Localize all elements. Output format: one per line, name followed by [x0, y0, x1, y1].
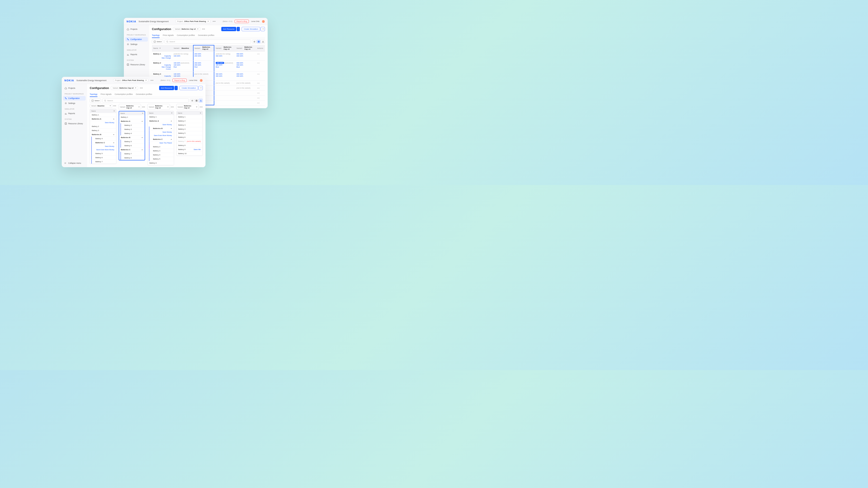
tree-item[interactable]: Battery 6 [91, 156, 116, 160]
sidebar-item-settings[interactable]: Settings [125, 42, 148, 46]
tree-group[interactable]: Batteries C [91, 141, 116, 145]
tree-item[interactable]: Battery 8 [121, 156, 145, 160]
add-resource-dropdown[interactable] [175, 86, 178, 90]
tree-item[interactable]: Battery 3 [121, 127, 145, 131]
view-list-button[interactable] [190, 98, 194, 103]
more-icon[interactable]: ••• [199, 106, 203, 108]
more-icon[interactable]: ••• [140, 87, 143, 89]
more-icon[interactable]: ••• [113, 105, 116, 107]
search-input[interactable]: Search [102, 98, 189, 103]
tree-group[interactable]: Batteries C [149, 137, 174, 141]
add-resource-button[interactable]: Add Resource [221, 27, 237, 31]
more-icon[interactable]: ••• [171, 106, 174, 108]
project-selector[interactable]: Project: Office Park Peak Shaving [113, 78, 148, 82]
column-variant-selector[interactable]: Variant: Batteries Cap x4 [176, 104, 199, 110]
select-button[interactable]: Select [152, 39, 163, 43]
tree-group[interactable]: Batteries A [148, 119, 174, 123]
tree-item[interactable]: Battery 6 [177, 135, 203, 139]
tree-item[interactable]: Battery 7(not in this variant) [177, 139, 203, 143]
tree-item[interactable]: Battery 5 [149, 157, 174, 161]
tree-item[interactable]: Battery 1 [119, 115, 145, 119]
tree-group[interactable]: Batteries B [90, 133, 116, 137]
row-actions[interactable]: ••• [256, 91, 265, 95]
row-actions[interactable]: ••• [256, 52, 265, 60]
column-variant-selector[interactable]: Variant: Baseline [90, 104, 112, 108]
tree-item[interactable]: Battery 2 [177, 119, 203, 123]
tree-item[interactable]: Battery 4 [121, 131, 145, 135]
tree-item[interactable]: Battery 5 [177, 131, 203, 135]
column-variant-selector[interactable]: Variant: Batteries Cap x2 [119, 104, 141, 110]
tree-header[interactable]: Name [148, 111, 174, 115]
project-selector[interactable]: Project: Office Park Peak Shaving [176, 20, 211, 23]
view-tree-button[interactable] [261, 39, 265, 43]
tree-item[interactable]: Battery 2 [149, 145, 174, 149]
view-list-button[interactable] [252, 39, 256, 43]
avatar[interactable] [262, 20, 265, 23]
sidebar-item-configuration[interactable]: Configuration [63, 96, 86, 101]
view-grid-button[interactable] [256, 39, 260, 43]
tree-header[interactable]: Name [90, 109, 116, 113]
tree-header[interactable]: Name [119, 111, 145, 115]
tree-item[interactable]: Battery 3 [90, 129, 116, 133]
sidebar-item-projects[interactable]: Projects [63, 86, 86, 90]
report-bug-button[interactable]: Report a Bug [173, 78, 187, 82]
tree-header[interactable]: Name [177, 111, 203, 115]
row-actions[interactable]: ••• [256, 61, 265, 71]
row-actions[interactable]: ••• [256, 80, 265, 86]
create-simulation-dropdown[interactable] [260, 27, 265, 31]
report-bug-button[interactable]: Report a Bug [235, 20, 249, 23]
tree-item[interactable]: Battery 1 [148, 115, 174, 119]
tree-item[interactable]: Battery 10 [177, 152, 203, 156]
column-variant-selector[interactable]: Variant: Batteries Cap x3 [147, 104, 170, 110]
row-actions[interactable]: ••• [256, 101, 265, 105]
sidebar-item-projects[interactable]: Projects [125, 27, 148, 31]
variant-selector[interactable]: Variant: Batteries Cap x2 [173, 27, 200, 31]
create-simulation-button[interactable]: Create Simulation [242, 27, 260, 31]
tab-consumption-profiles[interactable]: Consumption profiles [177, 33, 195, 38]
view-tree-button[interactable] [199, 98, 203, 103]
tree-item[interactable]: Battery 1 [177, 115, 203, 119]
avatar[interactable] [199, 79, 203, 82]
row-actions[interactable]: ••• [256, 86, 265, 90]
tree-group[interactable]: Batteries A [90, 117, 116, 121]
tab-consumption-profiles[interactable]: Consumption profiles [115, 92, 133, 97]
tree-item[interactable]: Battery 5 [91, 152, 116, 156]
tab-price-signals[interactable]: Price signals [163, 33, 174, 38]
tree-item[interactable]: Battery 6 [148, 161, 174, 165]
tab-generation-profiles[interactable]: Generation profiles [136, 92, 152, 97]
row-actions[interactable]: ••• [256, 72, 265, 80]
more-icon[interactable]: ••• [142, 106, 145, 108]
tree-group[interactable]: Batteries B [119, 135, 145, 140]
tree-item[interactable]: Battery 4 [177, 127, 203, 131]
tab-topology[interactable]: Topology [152, 33, 160, 38]
select-button[interactable]: Select [90, 98, 101, 103]
sidebar-item-reports[interactable]: Reports [125, 52, 148, 57]
tree-item[interactable]: Battery 5 [121, 140, 145, 144]
sidebar-item-configuration[interactable]: Configuration [125, 37, 148, 41]
tree-item[interactable]: Battery 2 [121, 123, 145, 127]
tree-item[interactable]: Battery 1 [90, 113, 116, 117]
more-icon[interactable]: ••• [151, 79, 154, 82]
tree-item[interactable]: Battery 9Save Me [177, 148, 203, 152]
more-icon[interactable]: ••• [202, 28, 205, 30]
tree-item[interactable]: Battery 7 [91, 160, 116, 164]
col-name[interactable]: Name [152, 45, 172, 51]
tree-item[interactable]: Battery 8 [177, 143, 203, 148]
tree-group[interactable]: Batteries A [119, 119, 145, 123]
add-resource-dropdown[interactable] [237, 27, 240, 31]
sidebar-item-resource-library[interactable]: Resource Library [125, 62, 148, 67]
create-simulation-dropdown[interactable] [198, 86, 203, 90]
create-simulation-button[interactable]: Create Simulation [180, 86, 198, 90]
tree-item[interactable]: Battery 3 [177, 123, 203, 127]
tree-item[interactable]: Battery 6 [121, 144, 145, 148]
tree-group[interactable]: Batteries C [119, 148, 145, 152]
sidebar-item-reports[interactable]: Reports [63, 111, 86, 116]
tree-group[interactable]: Batteries B [149, 127, 174, 131]
collapse-menu-button[interactable]: Collapse menu [63, 161, 86, 165]
search-input[interactable]: Search [164, 39, 251, 43]
tab-generation-profiles[interactable]: Generation profiles [198, 33, 214, 38]
tree-item[interactable]: Battery 7 [121, 152, 145, 156]
tree-item[interactable]: Battery 2 [90, 125, 116, 129]
more-icon[interactable]: ••• [213, 20, 216, 23]
add-resource-button[interactable]: Add Resource [159, 86, 174, 90]
